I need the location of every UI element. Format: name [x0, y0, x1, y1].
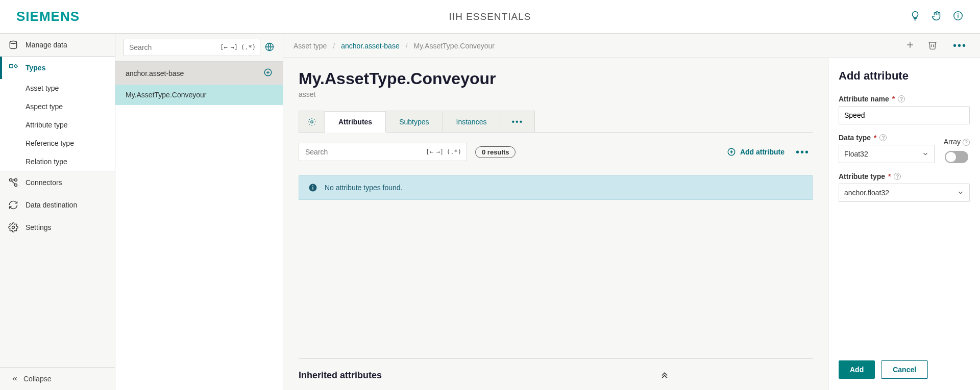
breadcrumb-mid[interactable]: anchor.asset-base	[341, 42, 399, 50]
app-title: IIH ESSENTIALS	[449, 11, 531, 22]
panel-title: Add attribute	[839, 69, 970, 83]
tab-config[interactable]	[299, 111, 325, 132]
nav-settings[interactable]: Settings	[0, 216, 115, 239]
attribute-search-input[interactable]	[304, 147, 426, 157]
add-attribute-label: Add attribute	[740, 148, 785, 156]
svg-point-21	[312, 185, 313, 186]
nav-manage-data[interactable]: Manage data	[0, 34, 115, 57]
tree-search-input[interactable]	[128, 43, 220, 52]
tab-attributes[interactable]: Attributes	[325, 111, 386, 133]
nav-label: Manage data	[26, 41, 67, 49]
empty-state-banner: No attribute types found.	[299, 175, 813, 200]
header-actions	[910, 10, 964, 23]
field-attribute-type: Attribute type * ? anchor.float32	[839, 172, 970, 202]
tree-toolbar: [← →] (.*)	[115, 34, 283, 62]
breadcrumb-leaf: My.AssetType.Conveyour	[414, 42, 495, 50]
breadcrumb-actions: •••	[905, 40, 970, 51]
field-label: Array ?	[944, 138, 970, 146]
collapse-label: Collapse	[23, 375, 51, 383]
subnav-relation-type[interactable]: Relation type	[0, 152, 115, 171]
lightbulb-icon[interactable]	[910, 10, 921, 23]
tab-subtypes[interactable]: Subtypes	[385, 111, 443, 132]
database-icon	[8, 40, 18, 50]
gear-icon	[307, 117, 316, 126]
delete-icon[interactable]	[927, 40, 938, 51]
form-actions: Add Cancel	[839, 350, 970, 379]
inherited-label: Inherited attributes	[299, 370, 382, 381]
tree-panel: [← →] (.*) anchor.asset-base My.AssetTyp…	[115, 34, 283, 390]
svg-rect-20	[312, 187, 313, 190]
nav-label: Settings	[26, 223, 52, 231]
help-icon[interactable]: ?	[898, 95, 905, 102]
tabs: Attributes Subtypes Instances •••	[299, 111, 813, 133]
inherited-attributes-toggle[interactable]: Inherited attributes	[299, 358, 813, 390]
field-label: Attribute name * ?	[839, 95, 970, 103]
tree-search-mode-icons: [← →] (.*)	[220, 44, 256, 51]
attribute-name-input[interactable]	[839, 106, 970, 124]
breadcrumb-bar: Asset type / anchor.asset-base / My.Asse…	[283, 34, 980, 58]
collapse-sidebar[interactable]: Collapse	[0, 367, 115, 390]
nav-types[interactable]: Types	[0, 57, 115, 79]
svg-point-8	[12, 226, 15, 229]
breadcrumb-sep: /	[333, 42, 335, 50]
add-button[interactable]: Add	[839, 360, 875, 379]
breadcrumb-root[interactable]: Asset type	[293, 42, 327, 50]
attribute-type-select[interactable]: anchor.float32	[839, 184, 970, 202]
nav-label: Types	[26, 64, 45, 72]
subnav-aspect-type[interactable]: Aspect type	[0, 97, 115, 116]
indent-left-icon[interactable]: [←	[220, 44, 227, 51]
tab-more[interactable]: •••	[500, 111, 535, 132]
globe-icon[interactable]	[264, 42, 275, 54]
attribute-more-icon[interactable]: •••	[793, 146, 813, 158]
indent-right-icon[interactable]: →]	[231, 44, 238, 51]
select-value: Float32	[844, 150, 868, 158]
info-icon[interactable]	[952, 10, 964, 23]
app-header: SIEMENS IIH ESSENTIALS	[0, 0, 980, 34]
brand-logo: SIEMENS	[16, 9, 80, 24]
breadcrumb: Asset type / anchor.asset-base / My.Asse…	[293, 42, 495, 50]
subnav-attribute-type[interactable]: Attribute type	[0, 116, 115, 134]
nav-connectors[interactable]: Connectors	[0, 171, 115, 194]
chevron-double-up-icon	[659, 369, 670, 382]
chevron-down-icon	[957, 189, 964, 196]
tree-row-item[interactable]: My.AssetType.Conveyour	[115, 85, 283, 105]
help-icon[interactable]: ?	[879, 134, 887, 141]
cancel-button[interactable]: Cancel	[881, 360, 928, 379]
add-attribute-button[interactable]: Add attribute	[727, 147, 785, 157]
help-icon[interactable]: ?	[963, 139, 970, 146]
subnav-asset-type[interactable]: Asset type	[0, 79, 115, 97]
plus-circle-icon	[727, 147, 736, 157]
sync-icon	[8, 200, 18, 210]
svg-point-7	[15, 179, 17, 181]
field-label: Attribute type * ?	[839, 172, 970, 180]
tree-row-label: My.AssetType.Conveyour	[126, 91, 206, 99]
nav-data-destination[interactable]: Data destination	[0, 194, 115, 216]
tab-instances[interactable]: Instances	[443, 111, 501, 132]
add-icon[interactable]	[905, 40, 915, 51]
attribute-search[interactable]: [← →] (.*)	[299, 143, 467, 161]
add-attribute-panel: Add attribute Attribute name * ? Data ty…	[828, 58, 980, 390]
feedback-icon[interactable]	[931, 10, 942, 23]
page-title: My.AssetType.Conveyour	[299, 69, 813, 88]
add-child-icon[interactable]	[263, 68, 273, 79]
indent-right-icon[interactable]: →]	[436, 148, 444, 155]
regex-icon[interactable]: (.*)	[241, 44, 256, 51]
indent-left-icon[interactable]: [←	[426, 148, 433, 155]
data-type-select[interactable]: Float32	[839, 145, 935, 163]
help-icon[interactable]: ?	[894, 173, 901, 180]
array-toggle[interactable]	[945, 151, 968, 163]
tree-search[interactable]: [← →] (.*)	[124, 39, 260, 56]
more-icon[interactable]: •••	[950, 40, 970, 51]
sidebar: Manage data Types Asset type Aspect type…	[0, 34, 115, 390]
tree-row-label: anchor.asset-base	[126, 69, 184, 77]
info-solid-icon	[308, 183, 317, 192]
main-content: Asset type / anchor.asset-base / My.Asse…	[283, 34, 980, 390]
field-data-type: Data type * ? Float32	[839, 134, 935, 163]
attribute-search-mode-icons: [← →] (.*)	[426, 148, 461, 155]
regex-icon[interactable]: (.*)	[447, 148, 461, 155]
tree-row-base[interactable]: anchor.asset-base	[115, 62, 283, 85]
svg-point-2	[958, 14, 959, 14]
subnav-reference-type[interactable]: Reference type	[0, 134, 115, 152]
select-value: anchor.float32	[844, 189, 889, 197]
svg-point-3	[10, 41, 16, 44]
